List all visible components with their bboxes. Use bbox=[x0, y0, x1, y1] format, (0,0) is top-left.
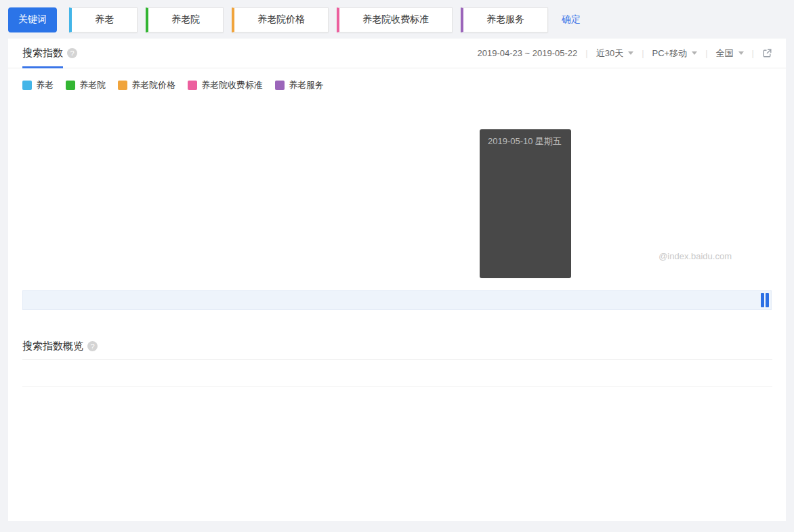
legend-label: 养老院价格 bbox=[131, 79, 175, 91]
legend-swatch bbox=[275, 81, 285, 90]
panel-header: 搜索指数 ? 2019-04-23 ~ 2019-05-22 | 近30天 | … bbox=[8, 39, 786, 68]
tab-search-index[interactable]: 搜索指数 bbox=[22, 39, 63, 68]
legend-item[interactable]: 养老院收费标准 bbox=[188, 79, 263, 91]
region-value: 全国 bbox=[716, 47, 734, 60]
period-dropdown[interactable]: 近30天 bbox=[596, 47, 633, 60]
keyword-input[interactable]: 养老院收费标准 bbox=[337, 7, 453, 32]
overview-table-header bbox=[22, 360, 772, 387]
legend-item[interactable]: 养老服务 bbox=[275, 79, 324, 91]
tooltip-date: 2019-05-10 星期五 bbox=[488, 135, 563, 148]
separator: | bbox=[585, 48, 587, 58]
chevron-down-icon bbox=[738, 51, 744, 55]
chart-canvas[interactable] bbox=[8, 102, 786, 270]
overview-title-row: 搜索指数概览 ? bbox=[22, 333, 772, 360]
legend-item[interactable]: 养老 bbox=[22, 79, 54, 91]
date-range[interactable]: 2019-04-23 ~ 2019-05-22 bbox=[478, 48, 578, 58]
help-icon[interactable]: ? bbox=[87, 341, 98, 351]
section-divider bbox=[8, 326, 786, 333]
search-index-card: 搜索指数 ? 2019-04-23 ~ 2019-05-22 | 近30天 | … bbox=[8, 39, 786, 521]
legend-row: 养老养老院养老院价格养老院收费标准养老服务 bbox=[8, 68, 786, 102]
chart-tooltip: 2019-05-10 星期五 bbox=[480, 129, 571, 278]
legend-label: 养老院 bbox=[79, 79, 106, 91]
watermark: @index.baidu.com bbox=[659, 251, 732, 261]
separator: | bbox=[642, 48, 644, 58]
slider-handle-left[interactable] bbox=[761, 293, 764, 307]
legend-swatch bbox=[118, 81, 127, 90]
keyword-input[interactable]: 养老服务 bbox=[461, 7, 548, 32]
keyword-bar: 关键词 养老养老院养老院价格养老院收费标准养老服务 确定 bbox=[0, 0, 794, 33]
keyword-input[interactable]: 养老院价格 bbox=[232, 7, 329, 32]
keyword-button[interactable]: 关键词 bbox=[8, 7, 57, 32]
overview-section: 搜索指数概览 ? bbox=[8, 333, 786, 387]
legend-label: 养老院收费标准 bbox=[201, 79, 263, 91]
chart-legend: 养老养老院养老院价格养老院收费标准养老服务 bbox=[22, 79, 324, 91]
separator: | bbox=[752, 48, 754, 58]
region-dropdown[interactable]: 全国 bbox=[716, 47, 744, 60]
device-value: PC+移动 bbox=[652, 47, 688, 60]
legend-swatch bbox=[22, 81, 32, 90]
legend-swatch bbox=[66, 81, 75, 90]
legend-item[interactable]: 养老院价格 bbox=[118, 79, 175, 91]
external-link-icon[interactable] bbox=[762, 48, 772, 58]
keyword-input[interactable]: 养老院 bbox=[146, 7, 224, 32]
help-icon[interactable]: ? bbox=[67, 48, 77, 58]
legend-label: 养老服务 bbox=[289, 79, 324, 91]
chevron-down-icon bbox=[692, 51, 697, 55]
keyword-input[interactable]: 养老 bbox=[69, 7, 138, 32]
timeline-years bbox=[22, 310, 772, 326]
confirm-link[interactable]: 确定 bbox=[562, 14, 581, 26]
x-axis-labels bbox=[8, 270, 786, 288]
period-value: 近30天 bbox=[596, 47, 623, 60]
legend-label: 养老 bbox=[36, 79, 54, 91]
device-dropdown[interactable]: PC+移动 bbox=[652, 47, 698, 60]
separator: | bbox=[705, 48, 707, 58]
tab-active-underline bbox=[22, 66, 63, 68]
legend-item[interactable]: 养老院 bbox=[66, 79, 106, 91]
chevron-down-icon bbox=[628, 51, 633, 55]
overview-title: 搜索指数概览 bbox=[22, 340, 83, 353]
tab-label: 搜索指数 bbox=[22, 47, 63, 60]
keyword-chips: 养老养老院养老院价格养老院收费标准养老服务 bbox=[69, 7, 556, 32]
timeline-slider[interactable] bbox=[22, 290, 772, 310]
trend-chart[interactable]: @index.baidu.com 2019-05-10 星期五 bbox=[8, 102, 786, 288]
slider-handle-right[interactable] bbox=[766, 293, 769, 307]
legend-swatch bbox=[188, 81, 197, 90]
slider-minichart bbox=[23, 291, 771, 309]
